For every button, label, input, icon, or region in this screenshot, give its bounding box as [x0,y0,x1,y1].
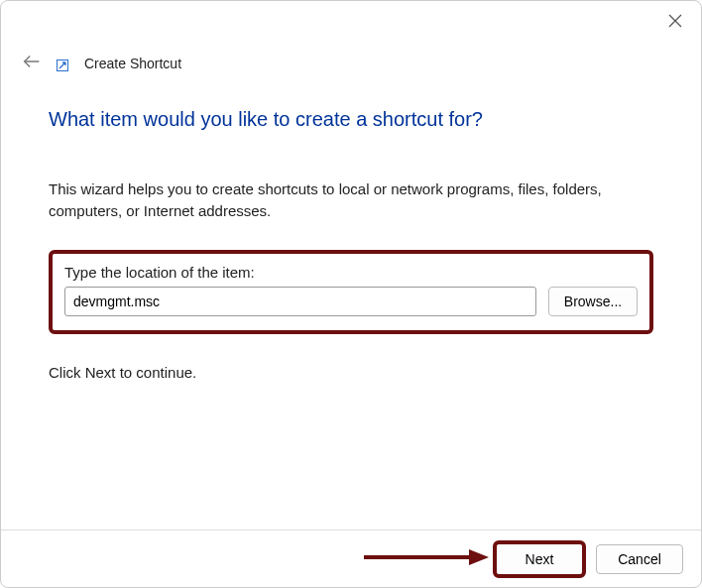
shortcut-icon [57,58,68,69]
location-label: Type the location of the item: [64,264,638,281]
next-button[interactable]: Next [493,540,586,578]
location-row: Browse... [64,287,638,316]
svg-marker-5 [469,549,489,565]
wizard-description: This wizard helps you to create shortcut… [49,178,653,222]
header-row: Create Shortcut [21,51,181,76]
close-icon [667,15,683,32]
browse-button[interactable]: Browse... [548,287,638,316]
content-area: What item would you like to create a sho… [49,108,653,381]
annotation-arrow-icon [362,547,491,571]
close-button[interactable] [667,13,683,33]
continue-instruction: Click Next to continue. [49,364,653,381]
location-input[interactable] [64,287,536,316]
cancel-button[interactable]: Cancel [596,544,683,574]
wizard-question: What item would you like to create a sho… [49,108,653,131]
back-arrow-icon[interactable] [21,51,43,76]
header-title: Create Shortcut [84,56,181,71]
footer-bar: Next Cancel [1,529,701,587]
location-group-highlight: Type the location of the item: Browse... [49,250,653,334]
